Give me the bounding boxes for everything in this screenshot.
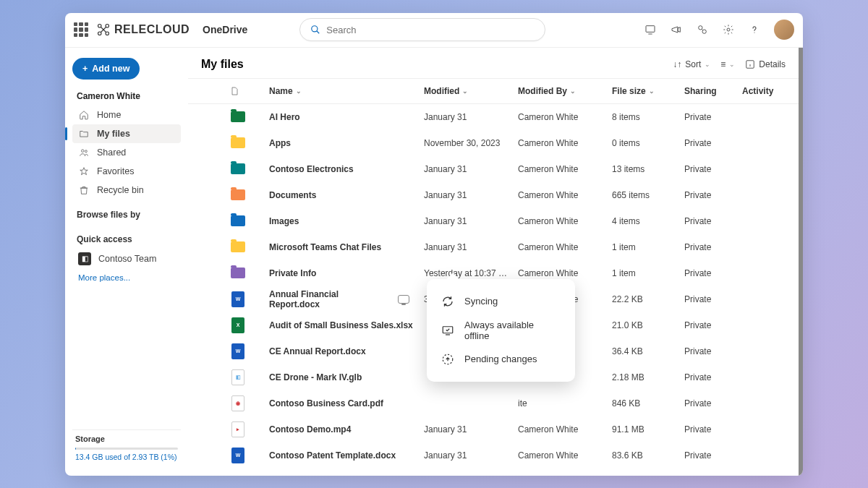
add-new-button[interactable]: +Add new bbox=[72, 58, 140, 80]
cell-sharing: Private bbox=[684, 216, 742, 226]
cell-size: 2.18 MB bbox=[612, 372, 684, 382]
storage-text[interactable]: 13.4 GB used of 2.93 TB (1%) bbox=[75, 453, 178, 461]
sidebar-item-label: Recycle bin bbox=[97, 185, 144, 195]
table-row[interactable]: ◉ Contoso Business Card.pdf ite 846 KB P… bbox=[188, 390, 799, 416]
storage-bar bbox=[75, 448, 178, 450]
col-activity[interactable]: Activity bbox=[742, 86, 786, 96]
sidebar-item-label: Favorites bbox=[97, 166, 134, 176]
cell-size: 665 items bbox=[612, 190, 684, 200]
file-type-icon bbox=[230, 161, 246, 177]
table-row[interactable]: AI Hero January 31 Cameron White 8 items… bbox=[188, 104, 799, 130]
sidebar-item-label: My files bbox=[97, 129, 130, 139]
sidebar-item-label: Home bbox=[97, 110, 121, 120]
col-size[interactable]: File size⌄ bbox=[612, 86, 684, 96]
file-name: Images bbox=[269, 216, 299, 226]
file-type-icon: W bbox=[230, 291, 246, 307]
popup-syncing[interactable]: Syncing bbox=[441, 289, 561, 314]
app-launcher-icon[interactable] bbox=[74, 22, 88, 37]
link-icon[interactable] bbox=[696, 23, 709, 36]
settings-icon[interactable] bbox=[722, 23, 735, 36]
sync-icon bbox=[441, 295, 454, 308]
popup-pending[interactable]: Pending changes bbox=[441, 347, 561, 372]
details-label: Details bbox=[759, 59, 786, 69]
page-title: My files bbox=[201, 58, 244, 71]
cell-modified-by: Cameron White bbox=[518, 164, 612, 174]
quick-access-heading: Quick access bbox=[77, 234, 176, 244]
sort-button[interactable]: ↓↑Sort⌄ bbox=[673, 59, 710, 69]
sidebar-item-home[interactable]: Home bbox=[72, 106, 181, 124]
brand-text: RELECLOUD bbox=[114, 23, 190, 36]
cell-sharing: Private bbox=[684, 424, 742, 435]
col-filetype[interactable] bbox=[230, 86, 269, 96]
toolbar: My files ↓↑Sort⌄ ≡⌄ Details bbox=[188, 48, 799, 78]
popup-offline[interactable]: Always available offline bbox=[441, 314, 561, 347]
user-avatar[interactable] bbox=[774, 20, 794, 40]
megaphone-icon[interactable] bbox=[670, 23, 683, 36]
cell-size: 91.1 MB bbox=[612, 424, 684, 435]
table-row[interactable]: Contoso Electronics January 31 Cameron W… bbox=[188, 156, 799, 182]
file-name: Documents bbox=[269, 190, 316, 200]
plus-icon: + bbox=[82, 64, 88, 74]
cell-size: 8 items bbox=[612, 112, 684, 122]
cell-modified: January 31 bbox=[424, 190, 518, 200]
file-name: Contoso Business Card.pdf bbox=[269, 398, 383, 408]
col-modified-by[interactable]: Modified By⌄ bbox=[518, 86, 612, 96]
more-places-link[interactable]: More places... bbox=[78, 273, 175, 282]
app-name: OneDrive bbox=[203, 24, 247, 35]
svg-point-6 bbox=[312, 26, 318, 32]
file-type-icon: ▸ bbox=[230, 421, 246, 437]
offline-icon bbox=[441, 324, 454, 337]
help-icon[interactable] bbox=[748, 23, 761, 36]
cell-size: 1 item bbox=[612, 268, 684, 278]
cell-sharing: Private bbox=[684, 190, 742, 200]
browse-heading: Browse files by bbox=[77, 210, 176, 220]
sidebar-item-recycle-bin[interactable]: Recycle bin bbox=[72, 181, 181, 200]
cell-modified: January 31 bbox=[424, 450, 518, 461]
cell-sharing: Private bbox=[684, 164, 742, 174]
cell-size: 21.0 KB bbox=[612, 320, 684, 330]
screen-icon[interactable] bbox=[644, 23, 657, 36]
file-type-icon: ◉ bbox=[230, 395, 246, 411]
svg-line-12 bbox=[702, 29, 702, 30]
sidebar-user: Cameron White bbox=[77, 91, 176, 101]
cell-modified: January 31 bbox=[424, 424, 518, 435]
table-row[interactable]: Images January 31 Cameron White 4 items … bbox=[188, 208, 799, 234]
quick-item-label: Contoso Team bbox=[98, 254, 156, 264]
sidebar-item-my-files[interactable]: My files bbox=[72, 124, 181, 143]
table-row[interactable]: Documents January 31 Cameron White 665 i… bbox=[188, 182, 799, 208]
cell-modified-by: Cameron White bbox=[518, 424, 612, 435]
cell-modified: January 31 bbox=[424, 112, 518, 122]
quick-access-item[interactable]: ◧Contoso Team bbox=[72, 249, 181, 269]
popup-syncing-label: Syncing bbox=[464, 296, 498, 307]
file-type-icon bbox=[230, 213, 246, 229]
header-right bbox=[644, 20, 794, 40]
star-icon bbox=[78, 166, 90, 177]
file-type-icon: W bbox=[230, 343, 246, 359]
file-name: CE Annual Report.docx bbox=[269, 346, 366, 356]
cell-size: 83.6 KB bbox=[612, 450, 684, 461]
view-button[interactable]: ≡⌄ bbox=[720, 59, 735, 69]
col-sharing[interactable]: Sharing bbox=[684, 86, 742, 96]
file-name: Private Info bbox=[269, 268, 316, 278]
table-row[interactable]: ▸ Contoso Demo.mp4 January 31 Cameron Wh… bbox=[188, 416, 799, 442]
sidebar-item-shared[interactable]: Shared bbox=[72, 143, 181, 162]
cell-modified-by: Cameron White bbox=[518, 242, 612, 252]
cell-size: 0 items bbox=[612, 138, 684, 148]
svg-point-10 bbox=[699, 26, 702, 30]
table-header: Name⌄ Modified⌄ Modified By⌄ File size⌄ … bbox=[188, 78, 799, 104]
search-input[interactable] bbox=[326, 25, 535, 35]
search-box[interactable] bbox=[299, 18, 545, 41]
col-modified[interactable]: Modified⌄ bbox=[424, 86, 518, 96]
sync-indicator-icon bbox=[398, 295, 409, 304]
sync-status-popup: Syncing Always available offline Pending… bbox=[427, 279, 575, 382]
table-row[interactable]: Apps November 30, 2023 Cameron White 0 i… bbox=[188, 130, 799, 156]
sidebar-item-favorites[interactable]: Favorites bbox=[72, 162, 181, 181]
cell-size: 13 items bbox=[612, 164, 684, 174]
details-button[interactable]: Details bbox=[745, 59, 786, 69]
col-name[interactable]: Name⌄ bbox=[269, 86, 424, 96]
cell-modified-by: Cameron White bbox=[518, 268, 612, 278]
table-row[interactable]: W Contoso Patent Template.docx January 3… bbox=[188, 442, 799, 468]
cell-modified-by: Cameron White bbox=[518, 190, 612, 200]
table-row[interactable]: Microsoft Teams Chat Files January 31 Ca… bbox=[188, 234, 799, 260]
cell-size: 36.4 KB bbox=[612, 346, 684, 356]
